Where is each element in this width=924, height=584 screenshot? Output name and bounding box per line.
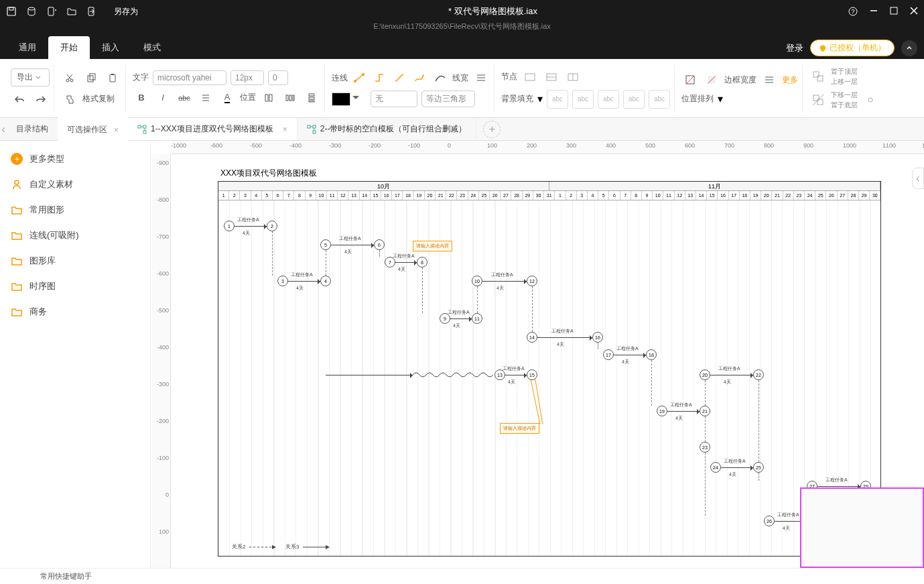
- node-style-1[interactable]: [521, 68, 539, 86]
- activity-node[interactable]: 6: [374, 239, 385, 250]
- collapse-ribbon-icon[interactable]: [901, 40, 917, 56]
- more-link[interactable]: 更多: [782, 74, 798, 86]
- add-tab-button[interactable]: +: [483, 121, 501, 138]
- node-style-2[interactable]: [543, 68, 560, 86]
- export-icon[interactable]: [86, 5, 98, 17]
- save-icon[interactable]: [5, 5, 17, 17]
- conn-straight-icon[interactable]: [352, 70, 368, 86]
- font-size-select[interactable]: 12px: [230, 70, 264, 85]
- activity-node[interactable]: 2: [267, 221, 277, 231]
- callout-1[interactable]: 请输入描述内容: [413, 241, 452, 251]
- export-button[interactable]: 导出: [11, 68, 50, 86]
- border-color-icon[interactable]: [681, 71, 699, 89]
- activity-node[interactable]: 23: [700, 442, 710, 453]
- scroll-left-icon[interactable]: ‹: [0, 123, 7, 135]
- node-style-3[interactable]: [564, 68, 582, 86]
- open-icon[interactable]: [66, 5, 78, 17]
- line-width-picker[interactable]: [472, 69, 490, 86]
- tab-insert[interactable]: 插入: [90, 36, 131, 59]
- distribute-h-icon[interactable]: [281, 89, 299, 107]
- activity-node[interactable]: 21: [700, 406, 710, 416]
- pos-arrange-label[interactable]: 位置排列: [681, 93, 714, 105]
- sidebar-item[interactable]: 常用图形: [0, 197, 150, 223]
- activity-node[interactable]: 10: [472, 276, 482, 286]
- activity-node[interactable]: 12: [527, 276, 537, 286]
- activity-node[interactable]: 1: [224, 221, 235, 231]
- line-color-picker[interactable]: [332, 93, 350, 106]
- activity-node[interactable]: 17: [603, 349, 614, 360]
- align-icon[interactable]: [197, 89, 214, 107]
- activity-node[interactable]: 25: [753, 462, 764, 473]
- spacing-select[interactable]: 0: [268, 70, 288, 85]
- activity-node[interactable]: 8: [417, 257, 427, 268]
- text-orient-icon[interactable]: [260, 89, 277, 107]
- link-icon[interactable]: [862, 91, 879, 109]
- close-icon[interactable]: [909, 6, 919, 17]
- text-style-4[interactable]: abc: [623, 90, 645, 109]
- activity-node[interactable]: 11: [472, 313, 482, 324]
- panel-toggle[interactable]: ‹: [912, 168, 924, 189]
- sidebar-item[interactable]: 图形库: [0, 248, 150, 274]
- sidebar-item[interactable]: 时序图: [0, 274, 150, 299]
- text-style-3[interactable]: abc: [598, 90, 619, 109]
- activity-node[interactable]: 7: [385, 257, 395, 268]
- login-button[interactable]: 登录: [786, 42, 803, 54]
- activity-node[interactable]: 14: [527, 332, 537, 343]
- sidebar-item[interactable]: 自定义素材: [0, 172, 150, 197]
- border-width-picker[interactable]: [761, 71, 778, 89]
- group-icon[interactable]: [809, 68, 827, 85]
- activity-node[interactable]: 22: [753, 369, 764, 380]
- conn-free-icon[interactable]: [412, 70, 428, 86]
- side-tab-workspace[interactable]: 可选操作区×: [58, 117, 128, 141]
- help-icon[interactable]: ?: [848, 6, 858, 17]
- activity-node[interactable]: 19: [657, 406, 667, 416]
- activity-node[interactable]: 15: [527, 369, 537, 380]
- redo-icon[interactable]: [32, 91, 50, 108]
- activity-node[interactable]: 9: [440, 313, 450, 324]
- new-icon[interactable]: [46, 5, 58, 17]
- activity-node[interactable]: 4: [320, 276, 331, 286]
- minimap[interactable]: [800, 487, 924, 568]
- license-badge[interactable]: 已授权（单机）: [810, 40, 895, 56]
- activity-node[interactable]: 5: [320, 239, 331, 250]
- arrow-type-select[interactable]: 等边三角形: [421, 91, 475, 107]
- tab-mode[interactable]: 模式: [131, 36, 173, 59]
- activity-node[interactable]: 24: [710, 462, 721, 473]
- doc-tab-1[interactable]: 1--XXX项目进度双代号网络图模板×: [128, 118, 298, 140]
- sidebar-item[interactable]: +更多类型: [0, 146, 150, 172]
- distribute-v-icon[interactable]: [303, 89, 320, 107]
- text-style-2[interactable]: abc: [572, 90, 594, 109]
- save-as-button[interactable]: 另存为: [114, 6, 138, 17]
- conn-curve-icon[interactable]: [392, 70, 408, 86]
- conn-arc-icon[interactable]: [432, 70, 448, 86]
- undo-icon[interactable]: [11, 91, 28, 108]
- bold-icon[interactable]: B: [133, 89, 150, 107]
- activity-node[interactable]: 18: [646, 349, 657, 360]
- sidebar-item[interactable]: 连线(可吸附): [0, 223, 150, 248]
- activity-node[interactable]: 26: [764, 516, 775, 526]
- side-tab-outline[interactable]: 目录结构: [7, 118, 58, 140]
- activity-node[interactable]: 20: [700, 369, 710, 380]
- paste-icon[interactable]: [104, 69, 121, 86]
- doc-tab-2[interactable]: 2--带时标的空白模板（可自行组合删减）: [298, 118, 477, 140]
- activity-node[interactable]: 3: [277, 276, 288, 286]
- db-icon[interactable]: [25, 5, 38, 17]
- font-select[interactable]: microsoft yahei: [153, 70, 226, 85]
- tab-general[interactable]: 通用: [7, 36, 48, 59]
- strike-icon[interactable]: abc: [176, 89, 193, 107]
- tab-start[interactable]: 开始: [48, 36, 90, 59]
- activity-node[interactable]: 13: [494, 369, 505, 380]
- sidebar-item[interactable]: 商务: [0, 299, 150, 325]
- text-style-5[interactable]: abc: [649, 90, 670, 109]
- chart-body[interactable]: 关系2 关系3 请输入描述内容 请输入描述内容 工程任务A4天工程任务A4天工程…: [218, 200, 880, 556]
- text-style-1[interactable]: abc: [547, 90, 568, 109]
- conn-elbow-icon[interactable]: [372, 70, 388, 86]
- activity-node[interactable]: 16: [592, 332, 603, 343]
- maximize-icon[interactable]: [889, 6, 899, 17]
- cut-icon[interactable]: [61, 69, 78, 86]
- bg-fill-label[interactable]: 背景填充: [501, 93, 533, 105]
- line-style-select[interactable]: 无: [371, 91, 417, 107]
- minimize-icon[interactable]: [869, 6, 878, 17]
- format-painter-icon[interactable]: [61, 91, 78, 108]
- ungroup-icon[interactable]: [809, 91, 827, 109]
